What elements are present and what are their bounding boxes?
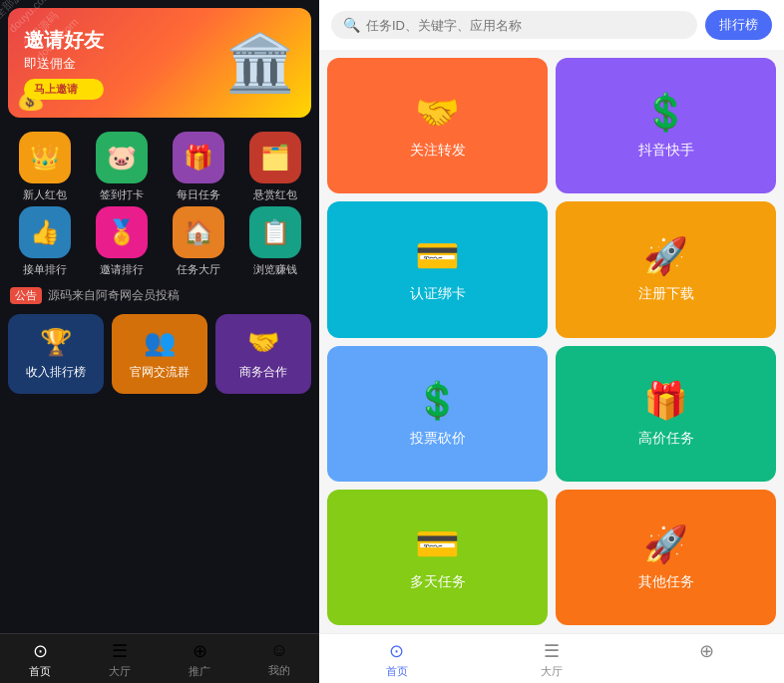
banner-title: 邀请好友 bbox=[24, 27, 104, 53]
mine-label: 我的 bbox=[268, 663, 290, 678]
vote-label: 投票砍价 bbox=[410, 430, 466, 448]
icon-liulan[interactable]: 📋 浏览赚钱 bbox=[238, 206, 311, 277]
follow-icon: 🤝 bbox=[415, 92, 460, 134]
other-icon: 🚀 bbox=[643, 523, 688, 565]
register-label: 注册下载 bbox=[638, 285, 694, 303]
business-icon: 🤝 bbox=[247, 327, 279, 358]
renwu-icon: 🏠 bbox=[173, 206, 224, 258]
douyin-icon: 💲 bbox=[643, 92, 688, 134]
banner-content: 邀请好友 即送佣金 马上邀请 bbox=[24, 27, 104, 100]
right-mine-icon: ⊕ bbox=[699, 640, 714, 662]
task-vote[interactable]: 💲 投票砍价 bbox=[327, 346, 548, 482]
card-ranking[interactable]: 🏆 收入排行榜 bbox=[8, 314, 104, 394]
task-auth[interactable]: 💳 认证绑卡 bbox=[327, 201, 548, 337]
meiri-icon: 🎁 bbox=[173, 132, 224, 183]
yaoqing-icon: 🏅 bbox=[96, 206, 148, 258]
xinren-label: 新人红包 bbox=[23, 187, 67, 202]
multi-icon: 💳 bbox=[415, 523, 460, 565]
douyin-label: 抖音快手 bbox=[638, 142, 694, 160]
jiedan-label: 接单排行 bbox=[23, 262, 67, 277]
search-input[interactable] bbox=[366, 18, 685, 33]
promote-label: 推广 bbox=[189, 664, 210, 679]
card-group[interactable]: 👥 官网交流群 bbox=[112, 314, 207, 394]
search-icon: 🔍 bbox=[343, 17, 360, 33]
icon-meiri[interactable]: 🎁 每日任务 bbox=[162, 132, 234, 202]
group-label: 官网交流群 bbox=[130, 364, 190, 381]
nav-hall[interactable]: ☰ 大厅 bbox=[80, 640, 160, 679]
task-grid: 🤝 关注转发 💲 抖音快手 💳 认证绑卡 🚀 注册下载 💲 投票砍价 🎁 高价任… bbox=[319, 50, 784, 633]
right-nav-home[interactable]: ⊙ 首页 bbox=[319, 640, 474, 679]
notice-bar: 公告 源码来自阿奇网会员投稿 bbox=[0, 283, 319, 308]
icon-grid: 👑 新人红包 🐷 签到打卡 🎁 每日任务 🗂️ 悬赏红包 👍 接单排行 🏅 邀请… bbox=[0, 126, 319, 283]
banner[interactable]: 邀请好友 即送佣金 马上邀请 🏛️ 💰 bbox=[8, 8, 311, 118]
auth-icon: 💳 bbox=[415, 235, 460, 277]
bottom-cards: 🏆 收入排行榜 👥 官网交流群 🤝 商务合作 bbox=[0, 308, 319, 400]
follow-label: 关注转发 bbox=[410, 142, 466, 160]
icon-qiandao[interactable]: 🐷 签到打卡 bbox=[85, 132, 158, 202]
vote-icon: 💲 bbox=[415, 380, 460, 422]
hall-icon: ☰ bbox=[112, 640, 128, 662]
xuanshang-label: 悬赏红包 bbox=[253, 187, 297, 202]
icon-renwu[interactable]: 🏠 任务大厅 bbox=[162, 206, 234, 277]
search-bar: 🔍 排行榜 bbox=[319, 0, 784, 50]
right-home-label: 首页 bbox=[386, 664, 408, 679]
hall-label: 大厅 bbox=[109, 664, 131, 679]
notice-text: 源码来自阿奇网会员投稿 bbox=[48, 287, 180, 304]
home-label: 首页 bbox=[29, 664, 51, 679]
group-icon: 👥 bbox=[144, 327, 176, 358]
nav-promote[interactable]: ⊕ 推广 bbox=[160, 640, 239, 679]
banner-button[interactable]: 马上邀请 bbox=[24, 79, 104, 100]
nav-home[interactable]: ⊙ 首页 bbox=[0, 640, 80, 679]
business-label: 商务合作 bbox=[239, 364, 287, 381]
promote-icon: ⊕ bbox=[193, 640, 207, 662]
xuanshang-icon: 🗂️ bbox=[249, 132, 301, 183]
right-nav-hall[interactable]: ☰ 大厅 bbox=[474, 640, 628, 679]
xinren-icon: 👑 bbox=[19, 132, 71, 183]
icon-xinren[interactable]: 👑 新人红包 bbox=[8, 132, 81, 202]
yaoqing-label: 邀请排行 bbox=[100, 262, 144, 277]
right-panel: 🔍 排行榜 🤝 关注转发 💲 抖音快手 💳 认证绑卡 🚀 注册下载 💲 投票砍价 bbox=[319, 0, 784, 683]
liulan-icon: 📋 bbox=[249, 206, 301, 258]
banner-subtitle: 即送佣金 bbox=[24, 55, 104, 73]
ranking-icon: 🏆 bbox=[40, 327, 72, 358]
mine-icon: ☺ bbox=[270, 640, 288, 661]
nav-mine[interactable]: ☺ 我的 bbox=[239, 640, 319, 679]
multi-label: 多天任务 bbox=[410, 573, 466, 591]
qiandao-label: 签到打卡 bbox=[100, 187, 144, 202]
task-other[interactable]: 🚀 其他任务 bbox=[556, 490, 776, 625]
task-douyin[interactable]: 💲 抖音快手 bbox=[556, 58, 776, 193]
left-bottom-nav: ⊙ 首页 ☰ 大厅 ⊕ 推广 ☺ 我的 bbox=[0, 633, 319, 683]
rank-button[interactable]: 排行榜 bbox=[705, 10, 772, 40]
right-hall-label: 大厅 bbox=[541, 664, 563, 679]
search-input-wrap[interactable]: 🔍 bbox=[331, 11, 697, 39]
icon-yaoqing[interactable]: 🏅 邀请排行 bbox=[85, 206, 158, 277]
ranking-label: 收入排行榜 bbox=[26, 364, 86, 381]
left-panel: 全部源码douyu.com全部源码douyu.com 邀请好友 即送佣金 马上邀… bbox=[0, 0, 319, 683]
task-register[interactable]: 🚀 注册下载 bbox=[556, 201, 776, 337]
icon-xuanshang[interactable]: 🗂️ 悬赏红包 bbox=[238, 132, 311, 202]
high-icon: 🎁 bbox=[643, 380, 688, 422]
register-icon: 🚀 bbox=[643, 235, 688, 277]
high-label: 高价任务 bbox=[638, 430, 694, 448]
task-follow[interactable]: 🤝 关注转发 bbox=[327, 58, 548, 193]
meiri-label: 每日任务 bbox=[177, 187, 220, 202]
right-nav-mine[interactable]: ⊕ bbox=[629, 640, 784, 679]
home-icon: ⊙ bbox=[33, 640, 48, 662]
renwu-label: 任务大厅 bbox=[177, 262, 220, 277]
qiandao-icon: 🐷 bbox=[96, 132, 148, 183]
right-home-icon: ⊙ bbox=[389, 640, 404, 662]
auth-label: 认证绑卡 bbox=[410, 285, 466, 303]
card-business[interactable]: 🤝 商务合作 bbox=[215, 314, 311, 394]
notice-tag: 公告 bbox=[10, 287, 42, 304]
banner-icon: 🏛️ bbox=[225, 30, 295, 96]
other-label: 其他任务 bbox=[638, 573, 694, 591]
icon-jiedan[interactable]: 👍 接单排行 bbox=[8, 206, 81, 277]
right-hall-icon: ☰ bbox=[544, 640, 560, 662]
liulan-label: 浏览赚钱 bbox=[253, 262, 297, 277]
right-bottom-nav: ⊙ 首页 ☰ 大厅 ⊕ bbox=[319, 633, 784, 683]
jiedan-icon: 👍 bbox=[19, 206, 71, 258]
task-multi[interactable]: 💳 多天任务 bbox=[327, 490, 548, 625]
task-high[interactable]: 🎁 高价任务 bbox=[556, 346, 776, 482]
